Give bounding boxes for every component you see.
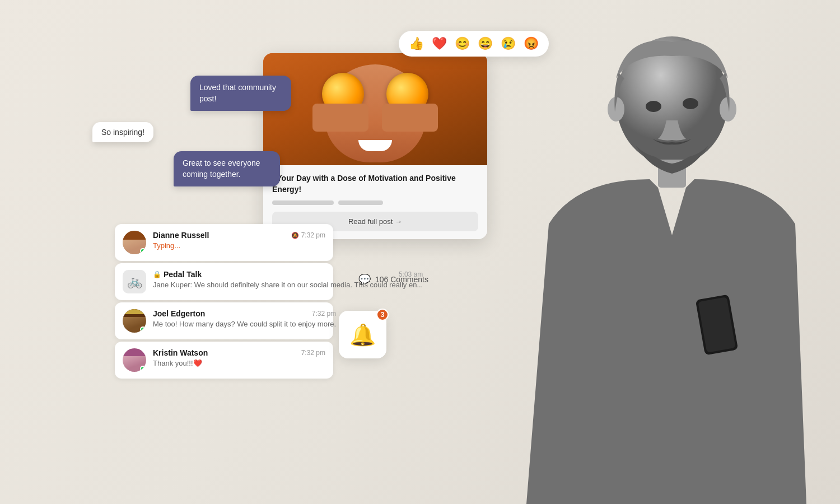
message-header-pedal: 🔒 Pedal Talk 5:03 am	[153, 270, 423, 279]
post-image	[263, 53, 487, 165]
mute-icon-dianne: 🔕	[291, 232, 299, 239]
smile	[358, 140, 392, 151]
online-indicator-kristin	[140, 366, 146, 371]
message-header-joel: Joel Edgerton 7:32 pm	[153, 309, 336, 318]
post-title: : Your Day with a Dose of Motivation and…	[272, 173, 478, 195]
grin-icon[interactable]: 😄	[478, 36, 493, 51]
hand-right	[382, 104, 438, 132]
avatar-joel	[123, 309, 146, 333]
avatar-kristin	[123, 348, 146, 372]
message-meta-dianne: 🔕 7:32 pm	[291, 231, 325, 239]
sender-name-pedal: 🔒 Pedal Talk	[153, 270, 202, 279]
bubble-inspiring: So inspiring!	[92, 122, 153, 142]
angry-icon[interactable]: 😡	[524, 36, 539, 51]
reaction-bar: 👍 ❤️ 😊 😄 😢 😡	[399, 31, 549, 57]
notification-bell-container[interactable]: 🔔 3	[339, 311, 386, 358]
sender-name-joel: Joel Edgerton	[153, 309, 205, 318]
message-item-pedal[interactable]: 🚲 🔒 Pedal Talk 5:03 am Jane Kuper: We sh…	[115, 263, 333, 300]
hair-kristin	[123, 348, 146, 356]
message-preview-pedal: Jane Kuper: We should definitely share i…	[153, 281, 423, 289]
svg-point-7	[683, 98, 698, 109]
bell-icon: 🔔	[349, 323, 376, 347]
message-header-dianne: Dianne Russell 🔕 7:32 pm	[153, 231, 325, 240]
message-time-joel: 7:32 pm	[312, 310, 336, 318]
thumbs-up-icon[interactable]: 👍	[409, 36, 424, 51]
sender-name-kristin: Kristin Watson	[153, 348, 208, 357]
notification-bell-box[interactable]: 🔔 3	[339, 311, 386, 358]
post-tag-1	[272, 200, 334, 205]
message-item-kristin[interactable]: Kristin Watson 7:32 pm Thank you!!!❤️	[115, 342, 333, 379]
message-time-pedal: 5:03 am	[399, 270, 423, 278]
message-content-joel: Joel Edgerton 7:32 pm Me too! How many d…	[153, 309, 336, 328]
hair	[123, 231, 146, 240]
hand-left	[312, 104, 368, 132]
person-silhouette	[493, 0, 840, 504]
hat	[123, 309, 146, 314]
message-item-dianne[interactable]: Dianne Russell 🔕 7:32 pm Typing...	[115, 224, 333, 261]
bubble-loved: Loved that community post!	[190, 76, 291, 111]
post-tags	[272, 200, 478, 205]
typing-indicator: Typing...	[153, 241, 325, 250]
post-tag-2	[338, 200, 383, 205]
message-time-kristin: 7:32 pm	[301, 349, 325, 357]
message-preview-kristin: Thank you!!!❤️	[153, 359, 325, 367]
message-preview-joel: Me too! How many days? We could split it…	[153, 320, 336, 328]
message-list: Dianne Russell 🔕 7:32 pm Typing... 🚲 🔒 P…	[115, 224, 333, 379]
message-content-kristin: Kristin Watson 7:32 pm Thank you!!!❤️	[153, 348, 325, 367]
smile-icon[interactable]: 😊	[455, 36, 470, 51]
svg-point-6	[646, 101, 661, 112]
online-indicator	[140, 248, 146, 254]
message-time-dianne: 7:32 pm	[301, 231, 325, 239]
avatar-pedal: 🚲	[123, 270, 146, 293]
notification-badge: 3	[376, 309, 389, 321]
message-item-joel[interactable]: Joel Edgerton 7:32 pm Me too! How many d…	[115, 302, 333, 339]
cry-icon[interactable]: 😢	[501, 36, 516, 51]
post-image-overlay	[263, 53, 487, 165]
bubble-great: Great to see everyone coming together.	[174, 151, 280, 186]
message-content-dianne: Dianne Russell 🔕 7:32 pm Typing...	[153, 231, 325, 250]
heart-icon[interactable]: ❤️	[432, 36, 447, 51]
avatar-dianne	[123, 231, 146, 254]
message-content-pedal: 🔒 Pedal Talk 5:03 am Jane Kuper: We shou…	[153, 270, 423, 289]
post-card: : Your Day with a Dose of Motivation and…	[263, 53, 487, 239]
sender-name-dianne: Dianne Russell	[153, 231, 209, 240]
main-scene: 👍 ❤️ 😊 😄 😢 😡 Loved that community post! …	[0, 0, 840, 504]
message-header-kristin: Kristin Watson 7:32 pm	[153, 348, 325, 357]
online-indicator-joel	[140, 326, 146, 332]
